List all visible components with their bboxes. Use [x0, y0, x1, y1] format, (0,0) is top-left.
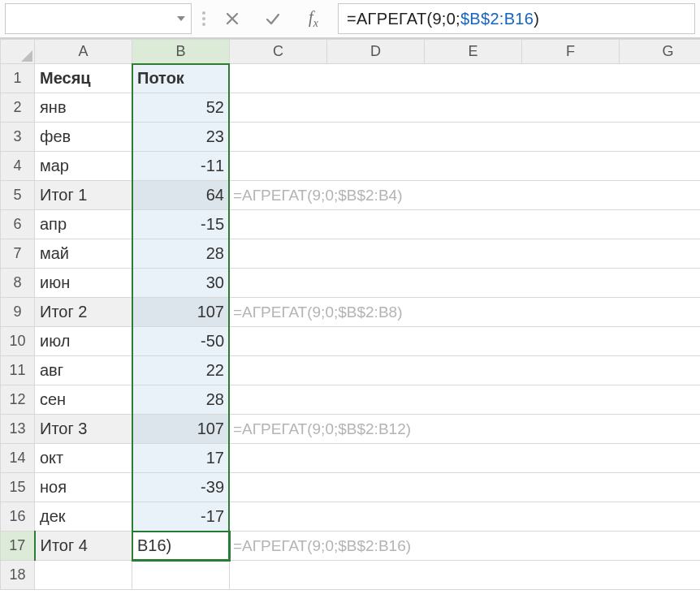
- row-header-8[interactable]: 8: [1, 269, 35, 298]
- table-row: 10июл-50: [1, 327, 701, 356]
- cell-C14[interactable]: [230, 444, 701, 473]
- formula-text-suffix: ): [534, 10, 539, 28]
- cell-A1[interactable]: Месяц: [35, 64, 132, 93]
- cell-C3[interactable]: [230, 123, 701, 152]
- cell-B3[interactable]: 23: [132, 123, 230, 152]
- cell-A6[interactable]: апр: [35, 210, 132, 239]
- cell-A14[interactable]: окт: [35, 444, 132, 473]
- name-box[interactable]: [5, 3, 192, 34]
- cell-C1[interactable]: [230, 64, 701, 93]
- fx-icon[interactable]: fx: [297, 3, 330, 34]
- row-header-10[interactable]: 10: [1, 327, 35, 356]
- col-header-E[interactable]: E: [425, 40, 522, 64]
- table-row: 4мар-11: [1, 152, 701, 181]
- cell-B2[interactable]: 52: [132, 93, 230, 123]
- enter-icon[interactable]: [257, 3, 289, 34]
- table-row: 16дек-17: [1, 502, 701, 532]
- cell-A18[interactable]: [35, 561, 132, 590]
- row-header-9[interactable]: 9: [1, 298, 35, 327]
- cell-B17[interactable]: B16): [132, 532, 230, 561]
- cell-A10[interactable]: июл: [35, 327, 132, 356]
- cell-C9[interactable]: =АГРЕГАТ(9;0;$B$2:B8): [230, 298, 701, 327]
- cell-A2[interactable]: янв: [35, 93, 132, 123]
- cell-A9[interactable]: Итог 2: [35, 298, 132, 327]
- cell-A3[interactable]: фев: [35, 123, 132, 152]
- cell-C15[interactable]: [230, 473, 701, 502]
- row-header-17[interactable]: 17: [1, 532, 35, 561]
- row-header-6[interactable]: 6: [1, 210, 35, 239]
- cell-B14[interactable]: 17: [132, 444, 230, 473]
- cell-C10[interactable]: [230, 327, 701, 356]
- cell-B5[interactable]: 64: [132, 181, 230, 210]
- row-header-2[interactable]: 2: [1, 93, 35, 123]
- col-header-A[interactable]: A: [35, 40, 132, 64]
- cell-B12[interactable]: 28: [132, 385, 230, 415]
- cell-B9[interactable]: 107: [132, 298, 230, 327]
- row-header-4[interactable]: 4: [1, 152, 35, 181]
- cell-B8[interactable]: 30: [132, 269, 230, 298]
- cell-B4[interactable]: -11: [132, 152, 230, 181]
- column-header-row: A B C D E F G: [1, 40, 701, 64]
- cell-C5[interactable]: =АГРЕГАТ(9;0;$B$2:B4): [230, 181, 701, 210]
- cell-A8[interactable]: июн: [35, 269, 132, 298]
- formula-text-prefix: =АГРЕГАТ(9;0;: [347, 10, 460, 28]
- row-header-7[interactable]: 7: [1, 239, 35, 269]
- cell-A17[interactable]: Итог 4: [35, 532, 132, 561]
- cell-C11[interactable]: [230, 356, 701, 385]
- cell-C12[interactable]: [230, 385, 701, 415]
- chevron-down-icon[interactable]: [176, 14, 186, 24]
- cell-A5[interactable]: Итог 1: [35, 181, 132, 210]
- cell-B10[interactable]: -50: [132, 327, 230, 356]
- cell-A16[interactable]: дек: [35, 502, 132, 532]
- cell-A4[interactable]: мар: [35, 152, 132, 181]
- cell-B11[interactable]: 22: [132, 356, 230, 385]
- cell-A12[interactable]: сен: [35, 385, 132, 415]
- table-row: 1МесяцПоток: [1, 64, 701, 93]
- row-header-12[interactable]: 12: [1, 385, 35, 415]
- cell-B7[interactable]: 28: [132, 239, 230, 269]
- row-header-5[interactable]: 5: [1, 181, 35, 210]
- row-header-15[interactable]: 15: [1, 473, 35, 502]
- table-row: 8июн30: [1, 269, 701, 298]
- cell-B15[interactable]: -39: [132, 473, 230, 502]
- cell-C16[interactable]: [230, 502, 701, 532]
- cell-C7[interactable]: [230, 239, 701, 269]
- table-row: 14окт17: [1, 444, 701, 473]
- cell-B6[interactable]: -15: [132, 210, 230, 239]
- cell-C8[interactable]: [230, 269, 701, 298]
- table-row: 12сен28: [1, 385, 701, 415]
- table-row: 9Итог 2107=АГРЕГАТ(9;0;$B$2:B8): [1, 298, 701, 327]
- cell-C4[interactable]: [230, 152, 701, 181]
- cell-A15[interactable]: ноя: [35, 473, 132, 502]
- row-header-1[interactable]: 1: [1, 64, 35, 93]
- cell-B18[interactable]: [132, 561, 230, 590]
- cell-B1[interactable]: Поток: [132, 64, 230, 93]
- row-header-13[interactable]: 13: [1, 415, 35, 444]
- col-header-B[interactable]: B: [132, 40, 230, 64]
- cell-C13[interactable]: =АГРЕГАТ(9;0;$B$2:B12): [230, 415, 701, 444]
- cell-A7[interactable]: май: [35, 239, 132, 269]
- col-header-F[interactable]: F: [522, 40, 620, 64]
- row-header-16[interactable]: 16: [1, 502, 35, 532]
- cell-A11[interactable]: авг: [35, 356, 132, 385]
- row-header-18[interactable]: 18: [1, 561, 35, 590]
- formula-input[interactable]: =АГРЕГАТ(9;0;$B$2:B16): [338, 3, 695, 34]
- table-row: 3фев23: [1, 123, 701, 152]
- row-header-3[interactable]: 3: [1, 123, 35, 152]
- row-header-11[interactable]: 11: [1, 356, 35, 385]
- row-header-14[interactable]: 14: [1, 444, 35, 473]
- cancel-icon[interactable]: [216, 3, 248, 34]
- cell-A13[interactable]: Итог 3: [35, 415, 132, 444]
- cell-C6[interactable]: [230, 210, 701, 239]
- select-all-icon[interactable]: [1, 40, 35, 64]
- table-row: 15ноя-39: [1, 473, 701, 502]
- cell-C17[interactable]: =АГРЕГАТ(9;0;$B$2:B16): [230, 532, 701, 561]
- cell-C18[interactable]: [230, 561, 701, 590]
- cell-B13[interactable]: 107: [132, 415, 230, 444]
- col-header-G[interactable]: G: [620, 40, 701, 64]
- cell-C2[interactable]: [230, 93, 701, 123]
- col-header-D[interactable]: D: [327, 40, 425, 64]
- cell-B16[interactable]: -17: [132, 502, 230, 532]
- col-header-C[interactable]: C: [230, 40, 327, 64]
- spreadsheet-grid[interactable]: A B C D E F G 1МесяцПоток2янв523фев234ма…: [0, 39, 700, 594]
